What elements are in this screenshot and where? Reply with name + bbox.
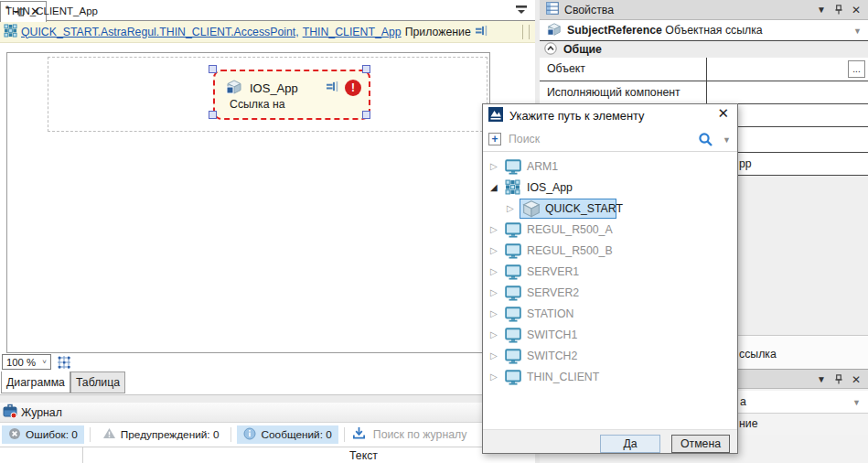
dialog-titlebar[interactable]: Укажите путь к элементу ✕	[483, 104, 737, 127]
combo-arrow-icon[interactable]: ▼	[853, 27, 862, 36]
panel-close-icon[interactable]: ✕	[850, 4, 863, 16]
expander-collapsed-icon[interactable]: ▷	[507, 203, 514, 213]
browse-button[interactable]: ...	[848, 60, 865, 78]
computer-icon	[505, 221, 521, 241]
port-icon	[326, 81, 339, 95]
properties-title: Свойства	[564, 4, 614, 16]
warnings-filter-toggle[interactable]: Предупреждений: 0	[96, 425, 226, 444]
cancel-button[interactable]: Отмена	[671, 435, 730, 453]
resize-handle-nw[interactable]	[209, 65, 217, 73]
expander-collapsed-icon[interactable]: ▷	[490, 350, 498, 361]
subject-reference-icon	[226, 79, 242, 98]
tree-item-arm1[interactable]: ▷ ARM1	[483, 156, 737, 178]
tree-item-regul-r500-a[interactable]: ▷ REGUL_R500_A	[483, 220, 737, 241]
expander-collapsed-icon[interactable]: ▷	[490, 224, 498, 234]
element-path-dialog: Укажите путь к элементу ✕ + ▼ ▷ ARM1 ◢	[482, 103, 738, 454]
computer-icon	[505, 327, 521, 346]
breadcrumb-path-link[interactable]: QUICK_START.AstraRegul.THIN_CLIENT.Acces…	[21, 26, 299, 38]
tree-item-quick-start[interactable]: ▷ QUICK_START	[483, 199, 737, 220]
search-options-arrow-icon[interactable]: ▼	[723, 135, 731, 145]
tree-item-server1[interactable]: ▷ SERVER1	[483, 262, 737, 283]
row-fragment: a	[740, 395, 746, 408]
expander-collapsed-icon[interactable]: ▷	[490, 245, 498, 255]
section-general[interactable]: Общие	[540, 41, 868, 58]
diagram-canvas[interactable]: IOS_App ! Ссылка на	[0, 43, 535, 353]
property-row-object: Объект ...	[540, 58, 868, 81]
properties-icon	[546, 2, 559, 17]
port-icon	[475, 25, 488, 39]
app-logo-icon	[488, 107, 503, 124]
resize-handle-sw[interactable]	[209, 111, 217, 119]
expander-collapsed-icon[interactable]: ▷	[490, 287, 498, 297]
tab-list-icon[interactable]	[514, 5, 529, 17]
property-row-component: Исполняющий компонент	[540, 81, 868, 104]
computer-icon	[505, 369, 521, 388]
horizontal-splitter[interactable]	[0, 394, 535, 403]
computer-icon	[505, 285, 521, 304]
tab-thin-client-app[interactable]: THIN_CLIENT_App * ✕	[0, 1, 47, 22]
modified-marker: *	[5, 5, 9, 15]
tree-item-thin-client[interactable]: ▷ THIN_CLIENT	[483, 367, 737, 388]
grip-line	[529, 25, 530, 39]
tree-item-regul-r500-b[interactable]: ▷ REGUL_R500_B	[483, 241, 737, 262]
search-icon[interactable]	[698, 132, 713, 150]
info-icon	[243, 427, 256, 443]
panel-pin-icon[interactable]	[832, 4, 845, 16]
tree-item-station[interactable]: ▷ STATION	[483, 304, 737, 325]
expander-collapsed-icon[interactable]: ▷	[490, 308, 498, 318]
panel-menu-icon[interactable]: ▼	[815, 4, 828, 16]
journal-search-input[interactable]	[373, 428, 492, 441]
tab-table[interactable]: Таблица	[70, 371, 125, 393]
expander-collapsed-icon[interactable]: ▷	[490, 161, 498, 171]
tree-item-switch2[interactable]: ▷ SWITCH2	[483, 346, 737, 367]
panel-close-icon[interactable]: ✕	[850, 373, 863, 386]
selected-object-row[interactable]: SubjectReference Объектная ссылка ▼	[540, 20, 868, 41]
element-tree[interactable]: ▷ ARM1 ◢ IOS_App ▷	[483, 152, 737, 429]
toolbar-separator	[230, 427, 231, 442]
panel-pin-icon[interactable]	[832, 373, 845, 386]
zoom-select[interactable]: 100 % ˅	[2, 354, 51, 370]
tree-item-switch1[interactable]: ▷ SWITCH1	[483, 325, 737, 346]
canvas-statusbar: 100 % ˅	[0, 353, 535, 371]
expander-collapsed-icon[interactable]: ▷	[490, 266, 498, 276]
object-type-desc: Объектная ссылка	[665, 24, 762, 37]
resize-handle-ne[interactable]	[362, 65, 370, 73]
grip-line	[522, 25, 523, 39]
node-subtitle: Ссылка на	[230, 98, 285, 111]
breadcrumb-type-label: Приложение	[405, 26, 471, 38]
node-title: IOS_App	[250, 81, 298, 95]
editor-tab-strip: THIN_CLIENT_App * ✕	[0, 0, 535, 21]
expand-all-icon[interactable]: +	[488, 133, 501, 145]
expander-collapsed-icon[interactable]: ▷	[490, 371, 498, 382]
collapse-chevron-icon	[544, 42, 557, 58]
object-type: SubjectReference	[567, 24, 662, 37]
combo-arrow-icon[interactable]: ▼	[852, 398, 861, 407]
errors-filter-toggle[interactable]: Ошибок: 0	[2, 425, 84, 444]
application-icon	[505, 179, 520, 198]
tree-item-server2[interactable]: ▷ SERVER2	[483, 283, 737, 304]
subject-reference-icon	[547, 22, 562, 39]
node-ios-app[interactable]: IOS_App ! Ссылка на	[213, 70, 370, 120]
expander-expanded-icon[interactable]: ◢	[490, 182, 498, 192]
computer-icon	[505, 242, 521, 262]
column-header-text: Текст	[349, 449, 378, 462]
journal-header: Журнал	[0, 403, 535, 423]
expander-collapsed-icon[interactable]: ▷	[490, 329, 498, 339]
journal-follow-icon[interactable]	[352, 426, 366, 443]
messages-filter-toggle[interactable]: Сообщений: 0	[237, 425, 338, 444]
journal-icon	[3, 404, 17, 421]
tab-diagram[interactable]: Диаграмма	[1, 371, 70, 393]
resize-handle-se[interactable]	[362, 111, 370, 119]
breadcrumb-element-link[interactable]: THIN_CLIENT_App	[303, 26, 402, 38]
chevron-down-icon: ˅	[42, 358, 47, 366]
ok-button[interactable]: Да	[600, 435, 660, 453]
dialog-close-icon[interactable]: ✕	[717, 108, 729, 119]
pin-icon[interactable]	[14, 6, 26, 18]
dialog-footer: Да Отмена	[483, 429, 737, 453]
journal-table-header: Текст	[0, 447, 535, 463]
snap-grid-icon[interactable]	[57, 355, 71, 372]
panel-menu-icon[interactable]: ▼	[815, 373, 828, 386]
zoom-value: 100 %	[6, 357, 36, 368]
dialog-search-input[interactable]	[509, 131, 691, 147]
tree-item-ios-app[interactable]: ◢ IOS_App	[483, 178, 737, 199]
